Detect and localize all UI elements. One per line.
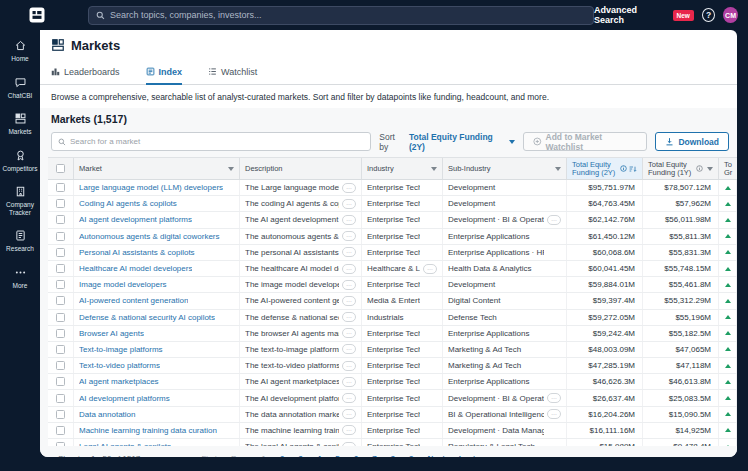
more-ellipsis-button[interactable]: … (547, 393, 561, 403)
column-header-market[interactable]: Market (74, 158, 240, 179)
more-ellipsis-button[interactable]: … (342, 442, 356, 446)
row-checkbox[interactable] (56, 345, 65, 354)
more-ellipsis-button[interactable]: … (342, 215, 356, 225)
info-icon[interactable] (696, 165, 703, 172)
row-checkbox[interactable] (56, 296, 65, 305)
row-checkbox[interactable] (56, 329, 65, 338)
market-link[interactable]: Defense & national security AI copilots (79, 313, 215, 322)
pagination-next[interactable]: Next (428, 454, 445, 458)
sort-caret-icon[interactable] (228, 167, 234, 171)
row-checkbox[interactable] (56, 248, 65, 257)
market-link[interactable]: Browser AI agents (79, 329, 144, 338)
market-link[interactable]: AI development platforms (79, 394, 170, 403)
row-checkbox[interactable] (56, 215, 65, 224)
row-checkbox[interactable] (56, 361, 65, 370)
pagination-page-2[interactable]: 2 (280, 454, 284, 458)
market-link[interactable]: Image model developers (79, 280, 167, 289)
download-button[interactable]: Download (655, 132, 729, 151)
pagination-page-6[interactable]: 6 (354, 454, 358, 458)
more-ellipsis-button[interactable]: … (342, 247, 356, 257)
column-header-total-equity-funding-2y[interactable]: Total EquityFunding (2Y) (567, 158, 643, 179)
more-ellipsis-button[interactable]: … (342, 344, 356, 354)
more-ellipsis-button[interactable]: … (342, 231, 356, 241)
more-ellipsis-button[interactable]: … (342, 312, 356, 322)
sort-by-value[interactable]: Total Equity Funding (2Y) (409, 132, 515, 152)
advanced-search-link[interactable]: Advanced Search (594, 5, 664, 25)
more-ellipsis-button[interactable]: … (342, 361, 356, 371)
row-checkbox[interactable] (56, 264, 65, 273)
sidebar-item-research[interactable]: Research (0, 229, 40, 253)
more-ellipsis-button[interactable]: … (342, 199, 356, 209)
sidebar-item-more[interactable]: More (0, 266, 40, 290)
pagination-page-3[interactable]: 3 (298, 454, 302, 458)
pagination-first[interactable]: First (201, 454, 217, 458)
market-link[interactable]: Large language model (LLM) developers (79, 183, 223, 192)
more-ellipsis-button[interactable]: … (342, 183, 356, 193)
market-link[interactable]: Coding AI agents & copilots (79, 199, 177, 208)
row-checkbox[interactable] (56, 232, 65, 241)
sidebar-item-chatcbi[interactable]: ChatCBI (0, 76, 40, 100)
global-search[interactable] (88, 6, 594, 25)
more-ellipsis-button[interactable]: … (547, 409, 561, 419)
pagination-page-5[interactable]: 5 (335, 454, 339, 458)
sort-caret-icon[interactable] (707, 167, 713, 171)
sidebar-item-company-tracker[interactable]: Company Tracker (0, 185, 40, 216)
tab-index[interactable]: Index (146, 60, 183, 85)
avatar[interactable]: CM (723, 7, 738, 23)
row-checkbox[interactable] (56, 394, 65, 403)
column-header-total-equity-funding-1y[interactable]: Total EquityFunding (1Y) (643, 158, 719, 179)
sidebar-item-home[interactable]: Home (0, 39, 40, 63)
market-link[interactable]: AI agent marketplaces (79, 377, 159, 386)
market-link[interactable]: Machine learning training data curation (79, 426, 217, 435)
row-checkbox[interactable] (56, 426, 65, 435)
more-ellipsis-button[interactable]: … (342, 409, 356, 419)
more-ellipsis-button[interactable]: … (342, 425, 356, 435)
market-link[interactable]: Data annotation (79, 410, 136, 419)
sort-caret-icon[interactable] (431, 167, 437, 171)
row-checkbox[interactable] (56, 377, 65, 386)
market-link[interactable]: AI-powered content generation (79, 296, 188, 305)
pagination-page-4[interactable]: 4 (317, 454, 321, 458)
row-checkbox[interactable] (56, 313, 65, 322)
market-link[interactable]: Personal AI assistants & copilots (79, 248, 195, 257)
column-header-industry[interactable]: Industry (362, 158, 443, 179)
market-link[interactable]: AI agent development platforms (79, 215, 192, 224)
market-search-input[interactable] (70, 137, 364, 146)
row-checkbox[interactable] (56, 442, 65, 446)
market-link[interactable]: Legal AI agents & copilots (79, 442, 171, 446)
market-search[interactable] (51, 132, 371, 151)
more-ellipsis-button[interactable]: … (342, 393, 356, 403)
more-ellipsis-button[interactable]: … (547, 215, 561, 225)
pagination-page-9[interactable]: 9 (409, 454, 413, 458)
more-ellipsis-button[interactable]: … (342, 328, 356, 338)
market-link[interactable]: Text-to-video platforms (79, 361, 160, 370)
tab-leaderboards[interactable]: Leaderboards (51, 60, 120, 85)
more-ellipsis-button[interactable]: … (423, 264, 437, 274)
sidebar-item-competitors[interactable]: Competitors (0, 149, 40, 173)
more-ellipsis-button[interactable]: … (342, 296, 356, 306)
pagination-page-8[interactable]: 8 (391, 454, 395, 458)
row-checkbox[interactable] (56, 410, 65, 419)
sort-caret-icon[interactable] (555, 167, 561, 171)
pagination-prev[interactable]: Prev (231, 454, 247, 458)
row-checkbox[interactable] (56, 183, 65, 192)
row-checkbox[interactable] (56, 280, 65, 289)
pagination-last[interactable]: Last (459, 454, 475, 458)
more-ellipsis-button[interactable]: … (342, 264, 356, 274)
info-icon[interactable] (620, 165, 627, 172)
market-link[interactable]: Healthcare AI model developers (79, 264, 192, 273)
market-link[interactable]: Text-to-image platforms (79, 345, 163, 354)
pagination-page-1[interactable]: 1 (261, 454, 265, 458)
global-search-input[interactable] (110, 10, 586, 20)
market-link[interactable]: Autonomous agents & digital coworkers (79, 232, 220, 241)
sidebar-item-markets[interactable]: Markets (0, 112, 40, 136)
more-ellipsis-button[interactable]: … (342, 280, 356, 290)
row-checkbox[interactable] (56, 199, 65, 208)
add-to-watchlist-button[interactable]: Add to Market Watchlist (523, 132, 647, 151)
pagination-page-7[interactable]: 7 (372, 454, 376, 458)
select-all-checkbox[interactable] (56, 164, 65, 173)
more-ellipsis-button[interactable]: … (342, 377, 356, 387)
column-header-sub-industry[interactable]: Sub-Industry (443, 158, 567, 179)
tab-watchlist[interactable]: Watchlist (208, 60, 257, 85)
sort-descending-icon[interactable] (629, 165, 637, 173)
